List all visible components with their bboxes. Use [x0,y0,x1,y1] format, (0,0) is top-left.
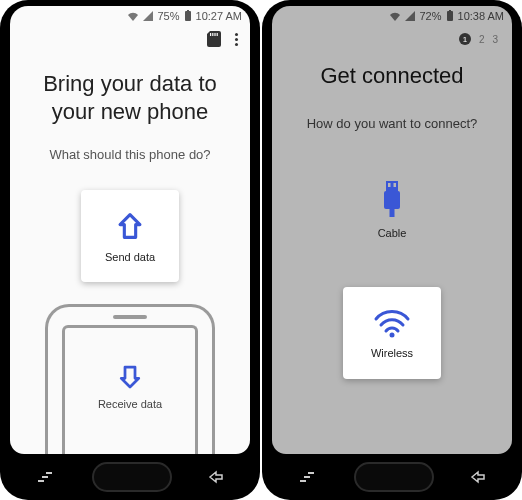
receive-data-button[interactable]: Receive data [98,362,162,410]
wireless-option[interactable]: Wireless [343,287,441,379]
action-row [10,26,250,52]
page-title: Get connected [272,52,512,90]
phone-left: 75% 10:27 AM Bring your data to your new… [0,0,260,500]
home-button[interactable] [92,462,172,492]
screen-right: 72% 10:38 AM 1 2 3 Get connected How do … [272,6,512,454]
battery-pct: 75% [157,10,179,22]
wireless-label: Wireless [371,347,413,359]
svg-rect-2 [210,33,211,36]
phone-right: 72% 10:38 AM 1 2 3 Get connected How do … [262,0,522,500]
signal-icon [143,11,153,21]
step-indicator: 1 2 3 [272,26,512,52]
svg-rect-11 [384,191,400,209]
clock: 10:27 AM [196,10,242,22]
hardware-nav [262,460,522,494]
page-subtitle: How do you want to connect? [272,116,512,131]
svg-rect-5 [217,33,218,36]
back-icon[interactable] [470,470,486,484]
svg-rect-12 [390,209,395,217]
signal-icon [405,11,415,21]
arrow-down-icon [115,362,145,392]
receive-phone-outline: Receive data [45,304,215,454]
svg-rect-7 [449,10,451,11]
svg-rect-0 [185,11,191,21]
screen-left: 75% 10:27 AM Bring your data to your new… [10,6,250,454]
hardware-nav [0,460,260,494]
step-2: 2 [479,34,485,45]
more-menu-icon[interactable] [235,33,238,46]
home-button[interactable] [354,462,434,492]
step-3: 3 [492,34,498,45]
wifi-icon [127,11,139,21]
svg-rect-8 [386,181,398,191]
arrow-up-icon [113,209,147,243]
battery-icon [446,10,454,22]
battery-pct: 72% [419,10,441,22]
svg-rect-1 [187,10,189,11]
page-title: Bring your data to your new phone [10,52,250,125]
usb-icon [377,179,407,219]
cable-option[interactable]: Cable [377,179,407,239]
status-bar: 75% 10:27 AM [10,6,250,26]
recent-apps-icon[interactable] [36,470,56,484]
send-data-label: Send data [105,251,155,263]
svg-rect-3 [212,33,213,36]
svg-rect-4 [214,33,215,36]
svg-point-13 [390,332,395,337]
receive-data-label: Receive data [98,398,162,410]
clock: 10:38 AM [458,10,504,22]
page-subtitle: What should this phone do? [10,147,250,162]
battery-icon [184,10,192,22]
send-data-button[interactable]: Send data [81,190,179,282]
back-icon[interactable] [208,470,224,484]
wifi-icon [389,11,401,21]
status-bar: 72% 10:38 AM [272,6,512,26]
svg-rect-10 [394,183,397,187]
recent-apps-icon[interactable] [298,470,318,484]
svg-rect-6 [447,11,453,21]
svg-rect-9 [388,183,391,187]
sd-card-icon[interactable] [207,31,221,47]
step-current: 1 [459,33,471,45]
wifi-large-icon [372,307,412,339]
cable-label: Cable [378,227,407,239]
